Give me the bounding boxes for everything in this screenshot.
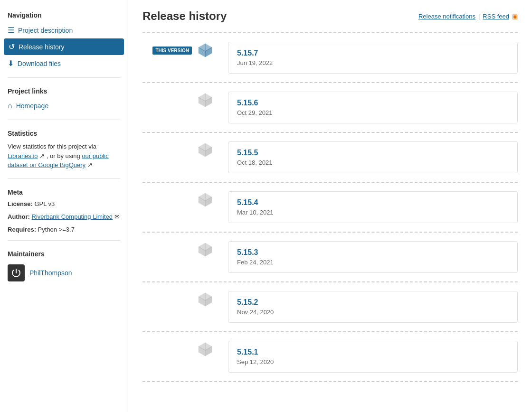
timeline-item: 5.15.6Oct 29, 2021 [142,83,518,133]
sidebar-item-download-files[interactable]: ⬇ Download files [0,55,128,72]
sidebar-item-homepage[interactable]: ⌂ Homepage [0,98,128,114]
requires-value: Python >=3.7 [38,226,75,233]
cube-icon-past [197,291,214,308]
timeline-item: 5.15.4Mar 10, 2021 [142,183,518,233]
main-content: Release history Release notifications | … [128,0,532,412]
release-date: Sep 12, 2020 [237,358,509,365]
release-date: Jun 19, 2022 [237,59,509,66]
timeline-left [142,241,218,258]
this-version-badge: THIS VERSION [152,47,192,55]
release-notifications-link[interactable]: Release notifications [418,13,475,20]
timeline-left [142,291,218,308]
cube-icon-past [197,191,214,208]
release-card[interactable]: 5.15.6Oct 29, 2021 [228,92,518,123]
timeline-item: 5.15.2Nov 24, 2020 [142,282,518,332]
timeline-left [142,92,218,109]
release-version-link[interactable]: 5.15.3 [237,248,258,256]
release-version-link[interactable]: 5.15.1 [237,348,258,356]
timeline-item: 5.15.3Feb 24, 2021 [142,233,518,282]
timeline-left [142,191,218,208]
release-card[interactable]: 5.15.4Mar 10, 2021 [228,191,518,223]
avatar [8,264,25,281]
release-date: Oct 18, 2021 [237,159,509,166]
libraries-io-link[interactable]: Libraries.io [8,152,38,159]
cube-icon-current [197,42,214,59]
release-card[interactable]: 5.15.1Sep 12, 2020 [228,341,518,373]
sidebar-item-label: Project description [18,27,73,34]
timeline-item: 5.15.5Oct 18, 2021 [142,133,518,183]
maintainers-title: Maintainers [0,246,128,261]
timeline-left [142,141,218,159]
release-version-link[interactable]: 5.15.7 [237,49,258,57]
history-icon: ↺ [9,42,15,51]
home-icon: ⌂ [8,102,12,110]
timeline-container: THIS VERSION 5.15.7Jun 19, 2022 5.15.6Oc… [142,33,518,382]
sidebar-item-label: Release history [19,43,65,51]
maintainer-row: PhilThompson [0,261,128,285]
timeline-left: THIS VERSION [142,42,218,59]
header-separator: | [478,13,480,20]
header-links: Release notifications | RSS feed ▣ [418,13,518,20]
main-header: Release history Release notifications | … [142,9,518,23]
cube-icon-past [197,241,214,258]
list-icon: ☰ [8,26,14,35]
homepage-label: Homepage [16,102,49,110]
sidebar-item-label: Download files [18,60,61,67]
requires-label: Requires: [8,226,36,233]
release-version-link[interactable]: 5.15.5 [237,149,258,157]
divider-1 [8,77,120,78]
sidebar: Navigation ☰ Project description ↺ Relea… [0,0,128,412]
release-date: Mar 10, 2021 [237,209,509,216]
power-icon [10,267,22,279]
license-row: License: GPL v3 [0,199,128,209]
divider-3 [8,178,120,179]
release-version-link[interactable]: 5.15.2 [237,298,258,306]
rss-icon: ▣ [512,13,518,20]
sidebar-item-project-description[interactable]: ☰ Project description [0,22,128,38]
release-card[interactable]: 5.15.2Nov 24, 2020 [228,291,518,323]
cube-icon-past [197,141,214,159]
download-icon: ⬇ [8,59,14,68]
timeline-left [142,341,218,358]
release-card[interactable]: 5.15.7Jun 19, 2022 [228,42,518,74]
author-label: Author: [8,213,30,220]
release-version-link[interactable]: 5.15.6 [237,99,258,107]
project-links-title: Project links [0,84,128,98]
release-card[interactable]: 5.15.3Feb 24, 2021 [228,241,518,273]
cube-icon-past [197,92,214,109]
release-date: Nov 24, 2020 [237,309,509,316]
navigation-title: Navigation [0,8,128,22]
timeline-item: THIS VERSION 5.15.7Jun 19, 2022 [142,33,518,83]
license-label: License: [8,200,33,207]
cube-icon-past [197,341,214,358]
release-version-link[interactable]: 5.15.4 [237,198,258,206]
page-title: Release history [142,9,227,23]
sidebar-item-release-history[interactable]: ↺ Release history [4,38,124,55]
divider-2 [8,120,120,120]
divider-4 [8,240,120,241]
maintainer-link[interactable]: PhilThompson [29,269,72,277]
rss-feed-link[interactable]: RSS feed [483,13,509,20]
release-date: Oct 29, 2021 [237,109,509,116]
release-card[interactable]: 5.15.5Oct 18, 2021 [228,141,518,173]
meta-title: Meta [0,185,128,199]
timeline-item: 5.15.1Sep 12, 2020 [142,332,518,382]
statistics-title: Statistics [0,126,128,140]
timeline: THIS VERSION 5.15.7Jun 19, 2022 5.15.6Oc… [142,32,518,382]
author-row: Author: Riverbank Computing Limited ✉ [0,212,128,222]
statistics-text: View statistics for this project via Lib… [0,140,128,173]
requires-row: Requires: Python >=3.7 [0,225,128,234]
license-value: GPL v3 [34,200,55,207]
release-date: Feb 24, 2021 [237,259,509,266]
author-link[interactable]: Riverbank Computing Limited [32,213,113,220]
